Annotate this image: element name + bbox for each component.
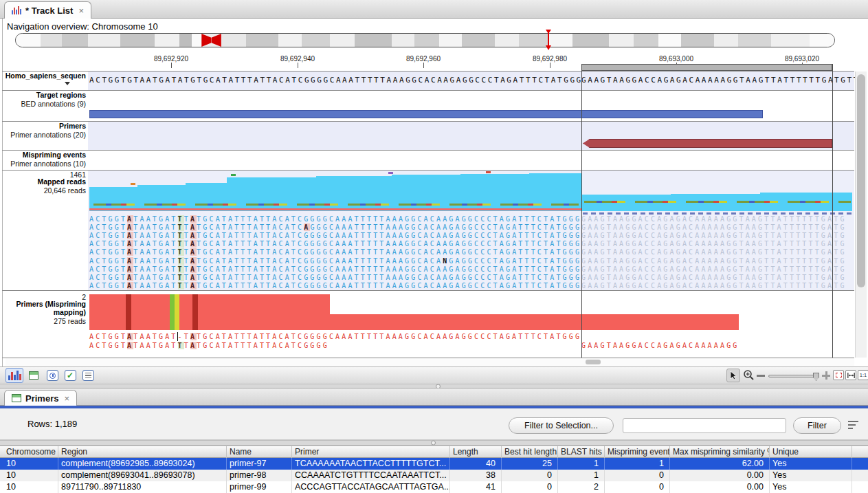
ruler-tick-label: 89,693,000 (645, 55, 707, 63)
table-row[interactable]: 1089711790..89711830primer-99ACCCAGTTACC… (0, 481, 868, 493)
mapped-read-row[interactable]: ACTGGTATAATGATTTATGCATATTTATTACATCAGGGCA… (89, 223, 581, 231)
zoom-in-button[interactable] (822, 371, 830, 380)
table-row[interactable]: 10complement(89692985..89693024)primer-9… (0, 458, 868, 470)
text-view-button[interactable] (79, 368, 97, 383)
target-region-annotation[interactable] (89, 110, 763, 118)
report-view-button[interactable]: ✓ (61, 368, 79, 383)
selection-right-edge[interactable] (832, 64, 833, 358)
mapped-read-row[interactable]: ACTGGTATAATGATTTATGCATATTTATTACATCGGGGCA… (89, 265, 581, 273)
mapped-read-row[interactable]: ACTGGTATAATGATTTATGCATATTTATTACATCGGGGCA… (89, 274, 581, 281)
coverage-speck (131, 183, 135, 185)
column-header[interactable]: Primer (292, 446, 450, 458)
filter-to-selection-button[interactable]: Filter to Selection... (509, 417, 614, 434)
table-cell: 1 (605, 458, 670, 470)
variant-base: T (178, 248, 184, 256)
table-cell: 25 (502, 458, 558, 470)
zoom-out-button[interactable] (757, 375, 765, 377)
mapped-read-row-faded[interactable]: GAAGTAAGGACCAGAGACAAAAAGGTAAGTTATTTTTTGA… (581, 248, 847, 256)
column-header[interactable]: Mispriming events (605, 446, 670, 458)
reference-sequence[interactable]: GAAGTAAGGACCAGAGACAAAAAGGTAAGTTATTTTTTGA… (581, 76, 860, 85)
mapped-read-row-faded[interactable]: GAAGTAAGGACCAGAGACAAAAAGGTAAGTTATTTTTTGA… (581, 223, 847, 231)
mapped-read-row-faded[interactable]: GAAGTAAGGACCAGAGACAAAAAGGTAAGTTATTTTTTGA… (581, 232, 847, 239)
tab-primers[interactable]: Primers × (4, 390, 77, 406)
filter-input[interactable] (623, 418, 786, 433)
mispriming-read-row[interactable]: GAAGTAAGGACCAGAGACAAAAAGG (581, 342, 739, 349)
table-row[interactable]: 10complement(89693041..89693078)primer-9… (0, 470, 868, 481)
mispriming-read-row[interactable]: ACTGGTATAATGAT-TATGCATATTTATTACATCGGGGCA… (89, 333, 581, 340)
track-chart-icon (12, 6, 21, 14)
mismatch-line (584, 201, 851, 203)
zoom-slider[interactable] (768, 375, 819, 377)
filter-options-icon[interactable] (848, 421, 858, 429)
primer-annotation[interactable] (583, 139, 832, 148)
zoom-tool-button[interactable] (743, 369, 755, 384)
mapped-read-row-faded[interactable]: GAAGTAAGGACCAGAGACAAAAAGGTAAGTTATTTTTTGA… (581, 240, 847, 248)
close-tab-icon[interactable]: × (64, 393, 69, 404)
panel-resize-divider[interactable] (0, 384, 868, 388)
zoom-slider-thumb[interactable] (813, 373, 819, 381)
ruler-tick-label: 89,692,960 (392, 55, 454, 63)
column-header[interactable]: Unique (770, 446, 852, 458)
vertical-scrollbar-thumb[interactable] (857, 74, 865, 287)
track-subtitle: 20,646 reads (0, 186, 86, 195)
column-header[interactable]: Best hit length (502, 446, 558, 458)
column-header[interactable]: Length (450, 446, 502, 458)
mapped-read-row[interactable]: ACTGGTATAATGATTTATGCATATTTATTACATCGGGGCA… (89, 282, 581, 289)
mapped-read-row-faded[interactable]: GAAGTAAGGACCAGAGACAAAAAGGTAAGTTATTTTTTGA… (581, 282, 847, 289)
ruler-tick-mark (171, 63, 172, 68)
mapped-read-row-faded[interactable]: GAAGTAAGGACCAGAGACAAAAAGGTAAGTTATTTTTTGA… (581, 274, 847, 281)
chromosome-ideogram[interactable] (15, 33, 835, 47)
divider-handle[interactable] (431, 441, 436, 446)
application-window: * Track List × Navigation overview: Chro… (0, 0, 868, 493)
mapped-read-row[interactable]: ACTGGTATAATGATTTATGCATATTTATTACATCGGGGCA… (89, 240, 581, 248)
horizontal-scrollbar-thumb[interactable] (586, 360, 601, 364)
reference-sequence[interactable]: ACTGGTGTAATGATATGTGCATATTTATTACATCGGGGCA… (89, 76, 583, 85)
selection-tool-button[interactable] (726, 369, 740, 382)
track-divider-line (2, 71, 854, 72)
column-header[interactable]: BLAST hits (558, 446, 605, 458)
variant-base: A (190, 342, 197, 349)
chevron-down-icon[interactable] (65, 82, 70, 85)
ideogram-band (634, 34, 658, 47)
column-header[interactable]: Region (58, 446, 227, 458)
column-header[interactable]: Max mispriming similarity % (670, 446, 770, 458)
centromere (212, 34, 221, 47)
mapped-read-row-faded[interactable]: GAAGTAAGGACCAGAGACAAAAAGGTAAGTTATTTTTTGA… (581, 215, 847, 223)
zoom-to-selection-button[interactable] (833, 370, 844, 380)
mapped-read-row[interactable]: ACTGGTATAATGATTTATGCATATTTATTACATCGGGGCA… (89, 248, 581, 256)
column-header[interactable]: Name (227, 446, 292, 458)
track-subtitle: Primer annotations (20) (0, 131, 86, 139)
selection-region-bar[interactable] (581, 64, 832, 71)
ruler-tick-mark (423, 63, 424, 68)
table-cell: 0 (605, 470, 670, 481)
mapped-read-row-faded[interactable]: GAAGTAAGGACCAGAGACAAAAAGGTAAGTTATTTTTTGA… (581, 257, 847, 265)
column-header[interactable]: Chromosome (3, 446, 58, 458)
variant-base: A (304, 223, 310, 231)
variant-base: T (178, 257, 184, 265)
fit-width-button[interactable] (845, 370, 856, 380)
track-layout-view-button[interactable] (5, 368, 23, 383)
tab-track-list[interactable]: * Track List × (4, 1, 91, 19)
one-to-one-zoom-button[interactable]: 1:1 (858, 370, 868, 380)
track-divider-line (2, 170, 854, 171)
filter-button[interactable]: Filter (793, 417, 841, 434)
table-resize-divider[interactable] (0, 440, 868, 446)
selection-left-edge[interactable] (581, 64, 582, 358)
horizontal-scrollbar[interactable] (5, 358, 854, 366)
vertical-scrollbar[interactable] (855, 72, 867, 358)
mapped-read-row[interactable]: ACTGGTATAATGATTTATGCATATTTATTACATCGGGGCA… (89, 215, 581, 223)
history-view-button[interactable] (43, 368, 61, 383)
mapped-read-row[interactable]: ACTGGTATAATGATTTATGCATATTTATTACATCGGGGCA… (89, 232, 581, 239)
variant-base: A (127, 265, 133, 273)
table-cell: 1 (558, 470, 605, 481)
ideogram-band (572, 34, 610, 47)
divider-handle[interactable] (436, 384, 441, 388)
ideogram-band (120, 34, 155, 47)
mapped-read-row[interactable]: ACTGGTATAATGATTTATGCATATTTATTACATCGGGGCA… (89, 257, 581, 265)
mapped-read-row-faded[interactable]: GAAGTAAGGACCAGAGACAAAAAGGTAAGTTATTTTTTGA… (581, 265, 847, 273)
mispriming-read-row[interactable]: ACTGGTATAATGATTTATGCATATTTATTACATCGGGG (89, 342, 329, 349)
filter-button-label: Filter (808, 421, 827, 430)
table-view-button[interactable] (25, 368, 43, 383)
variant-base: A (190, 274, 197, 281)
close-tab-icon[interactable]: × (78, 6, 84, 16)
